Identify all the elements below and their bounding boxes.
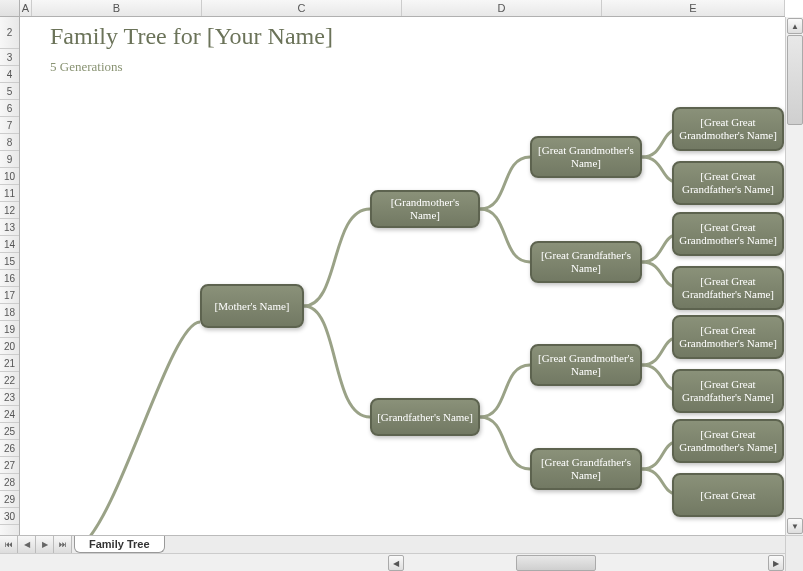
row-header[interactable]: 11 [0, 185, 19, 202]
col-header-C[interactable]: C [202, 0, 402, 16]
col-header-D[interactable]: D [402, 0, 602, 16]
node-ggg-grandmother-1[interactable]: [Great Great Grandmother's Name] [672, 107, 784, 151]
row-header[interactable]: 8 [0, 134, 19, 151]
row-header[interactable]: 21 [0, 355, 19, 372]
row-headers: 2 3 4 5 6 7 8 9 10 11 12 13 14 15 16 17 … [0, 17, 20, 535]
node-ggg-grandmother-2[interactable]: [Great Great Grandmother's Name] [672, 212, 784, 256]
node-ggg-grandfather-1[interactable]: [Great Great Grandfather's Name] [672, 161, 784, 205]
scroll-down-button[interactable]: ▼ [787, 518, 803, 534]
row-header[interactable]: 5 [0, 83, 19, 100]
sheet-tab-family-tree[interactable]: Family Tree [74, 536, 165, 553]
row-header[interactable]: 23 [0, 389, 19, 406]
vertical-scrollbar[interactable]: ▲ ▼ [785, 17, 803, 535]
tab-prev-button[interactable]: ◀ [18, 536, 36, 553]
scroll-left-button[interactable]: ◀ [388, 555, 404, 571]
tab-spacer [165, 536, 785, 553]
node-ggg-grandmother-4[interactable]: [Great Great Grandmother's Name] [672, 419, 784, 463]
sheet-tab-bar: ⏮ ◀ ▶ ⏭ Family Tree [0, 535, 785, 553]
row-header[interactable]: 6 [0, 100, 19, 117]
node-ggg-grandmother-3[interactable]: [Great Great Grandmother's Name] [672, 315, 784, 359]
col-header-E[interactable]: E [602, 0, 785, 16]
row-header[interactable]: 29 [0, 491, 19, 508]
row-header[interactable]: 16 [0, 270, 19, 287]
row-header[interactable]: 13 [0, 219, 19, 236]
scroll-up-button[interactable]: ▲ [787, 18, 803, 34]
row-header[interactable]: 7 [0, 117, 19, 134]
node-great-grandmother-1[interactable]: [Great Grandmother's Name] [530, 136, 642, 178]
row-header[interactable]: 9 [0, 151, 19, 168]
worksheet-area[interactable]: Family Tree for [Your Name] 5 Generation… [20, 17, 785, 535]
select-all-corner[interactable] [0, 0, 20, 17]
node-great-grandfather-1[interactable]: [Great Grandfather's Name] [530, 241, 642, 283]
node-great-grandmother-2[interactable]: [Great Grandmother's Name] [530, 344, 642, 386]
node-grandfather[interactable]: [Grandfather's Name] [370, 398, 480, 436]
row-header[interactable]: 24 [0, 406, 19, 423]
node-great-grandfather-2[interactable]: [Great Grandfather's Name] [530, 448, 642, 490]
row-header[interactable]: 10 [0, 168, 19, 185]
node-ggg-cutoff[interactable]: [Great Great [672, 473, 784, 517]
row-header[interactable]: 17 [0, 287, 19, 304]
tab-first-button[interactable]: ⏮ [0, 536, 18, 553]
row-header[interactable]: 2 [0, 17, 19, 49]
row-header[interactable]: 25 [0, 423, 19, 440]
horizontal-scroll-track[interactable] [406, 555, 766, 571]
row-header[interactable]: 19 [0, 321, 19, 338]
tab-next-button[interactable]: ▶ [36, 536, 54, 553]
row-header[interactable]: 14 [0, 236, 19, 253]
horizontal-scrollbar[interactable]: ◀ ▶ [0, 553, 785, 571]
vertical-scroll-thumb[interactable] [787, 35, 803, 125]
column-headers: A B C D E [20, 0, 785, 17]
page-title: Family Tree for [Your Name] [50, 23, 333, 50]
node-ggg-grandfather-3[interactable]: [Great Great Grandfather's Name] [672, 369, 784, 413]
node-ggg-grandfather-2[interactable]: [Great Great Grandfather's Name] [672, 266, 784, 310]
row-header[interactable]: 15 [0, 253, 19, 270]
col-header-B[interactable]: B [32, 0, 202, 16]
resize-corner [785, 535, 803, 571]
node-grandmother[interactable]: [Grandmother's Name] [370, 190, 480, 228]
row-header[interactable]: 28 [0, 474, 19, 491]
row-header[interactable]: 20 [0, 338, 19, 355]
row-header[interactable]: 27 [0, 457, 19, 474]
row-header[interactable]: 30 [0, 508, 19, 525]
horizontal-scroll-thumb[interactable] [516, 555, 596, 571]
row-header[interactable]: 4 [0, 66, 19, 83]
row-header[interactable]: 26 [0, 440, 19, 457]
tab-last-button[interactable]: ⏭ [54, 536, 72, 553]
page-subtitle: 5 Generations [50, 59, 123, 75]
tab-nav-buttons: ⏮ ◀ ▶ ⏭ [0, 536, 72, 553]
row-header[interactable]: 12 [0, 202, 19, 219]
row-header[interactable]: 3 [0, 49, 19, 66]
excel-window: A B C D E 2 3 4 5 6 7 8 9 10 11 12 13 14… [0, 0, 803, 571]
row-header[interactable]: 18 [0, 304, 19, 321]
node-mother[interactable]: [Mother's Name] [200, 284, 304, 328]
col-header-A[interactable]: A [20, 0, 32, 16]
scroll-right-button[interactable]: ▶ [768, 555, 784, 571]
tree-connectors [20, 17, 785, 535]
row-header[interactable]: 22 [0, 372, 19, 389]
